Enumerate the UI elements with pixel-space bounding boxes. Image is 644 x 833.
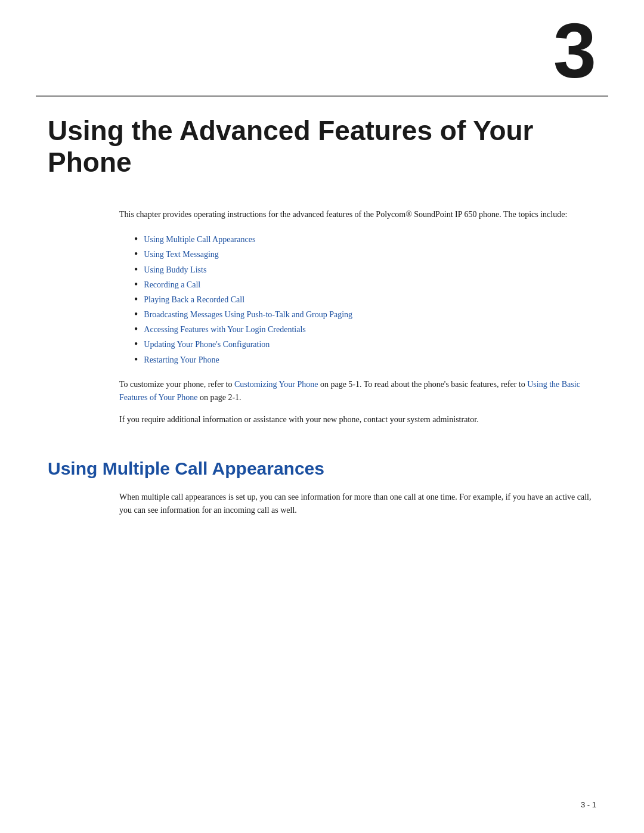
section-content-area: When multiple call appearances is set up…	[0, 479, 644, 518]
bullet-icon: •	[134, 352, 138, 367]
list-item: • Updating Your Phone's Configuration	[134, 337, 596, 352]
section-heading: Using Multiple Call Appearances	[48, 459, 596, 479]
list-item: • Broadcasting Messages Using Push-to-Ta…	[134, 307, 596, 322]
ref-link-1[interactable]: Customizing Your Phone	[234, 380, 318, 389]
topic-link-3[interactable]: Using Buddy Lists	[144, 262, 206, 277]
bullet-icon: •	[134, 337, 138, 352]
ref-prefix: To customize your phone, refer to	[119, 380, 234, 389]
page-container: 3 Using the Advanced Features of Your Ph…	[0, 0, 644, 833]
bullet-icon: •	[134, 292, 138, 307]
topic-link-7[interactable]: Accessing Features with Your Login Crede…	[144, 322, 305, 337]
topic-link-5[interactable]: Playing Back a Recorded Call	[144, 292, 244, 307]
ref-suffix: on page 2-1.	[197, 393, 241, 402]
topic-link-9[interactable]: Restarting Your Phone	[144, 352, 219, 367]
chapter-title-area: Using the Advanced Features of Your Phon…	[0, 97, 644, 178]
list-item: • Playing Back a Recorded Call	[134, 292, 596, 307]
topic-link-1[interactable]: Using Multiple Call Appearances	[144, 232, 255, 247]
list-item: • Recording a Call	[134, 277, 596, 292]
content-area: This chapter provides operating instruct…	[0, 178, 644, 426]
topic-link-6[interactable]: Broadcasting Messages Using Push-to-Talk…	[144, 307, 352, 322]
topic-link-8[interactable]: Updating Your Phone's Configuration	[144, 337, 270, 352]
reference-para-1: To customize your phone, refer to Custom…	[119, 378, 596, 405]
bullet-icon: •	[134, 307, 138, 322]
topics-list: • Using Multiple Call Appearances • Usin…	[134, 232, 596, 367]
bullet-icon: •	[134, 262, 138, 277]
list-item: • Accessing Features with Your Login Cre…	[134, 322, 596, 337]
topic-link-2[interactable]: Using Text Messaging	[144, 247, 219, 262]
section-heading-area: Using Multiple Call Appearances	[0, 435, 644, 479]
ref-mid: on page 5-1. To read about the phone's b…	[318, 380, 527, 389]
reference-para-2: If you require additional information or…	[119, 413, 596, 426]
bullet-icon: •	[134, 247, 138, 262]
list-item: • Using Text Messaging	[134, 247, 596, 262]
section-body-text: When multiple call appearances is set up…	[119, 491, 596, 518]
chapter-number-area: 3	[0, 0, 644, 95]
page-number: 3 - 1	[581, 800, 596, 809]
bullet-icon: •	[134, 277, 138, 292]
list-item: • Restarting Your Phone	[134, 352, 596, 367]
intro-paragraph: This chapter provides operating instruct…	[119, 208, 596, 221]
chapter-title: Using the Advanced Features of Your Phon…	[48, 115, 596, 178]
list-item: • Using Buddy Lists	[134, 262, 596, 277]
bullet-icon: •	[134, 322, 138, 337]
chapter-number: 3	[553, 12, 596, 89]
topic-link-4[interactable]: Recording a Call	[144, 277, 200, 292]
list-item: • Using Multiple Call Appearances	[134, 232, 596, 247]
bullet-icon: •	[134, 232, 138, 247]
